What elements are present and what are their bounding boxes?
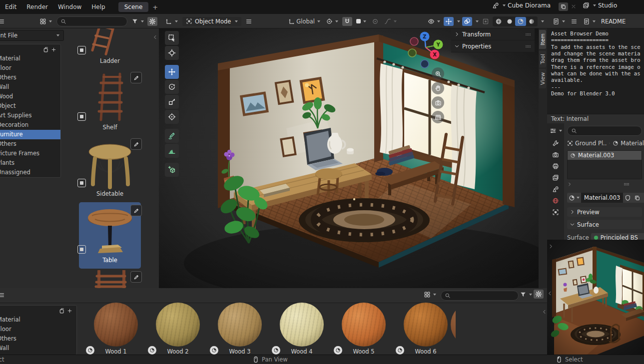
catalog-item[interactable]: Floor [0,325,76,334]
region-collapse-icon[interactable] [152,34,158,40]
text-menu-icon[interactable] [571,18,578,25]
shading-wireframe-button[interactable] [493,17,504,26]
unlink-material-button[interactable] [642,193,644,203]
material-name-field[interactable]: Material.003 [581,193,623,203]
editor-type-icon[interactable] [0,18,5,25]
menu-window[interactable]: Window [53,3,86,10]
catalog-item[interactable]: Decoration [0,120,60,130]
measure-tool[interactable] [165,144,179,158]
search-input[interactable] [56,16,127,26]
material-item-wood5[interactable]: Wood 5 [333,303,395,355]
move-tool[interactable] [165,65,179,79]
catalog-item[interactable]: Wall [0,344,76,353]
tab-output-icon[interactable] [552,163,559,170]
surface-panel-header[interactable]: Surface [567,220,642,229]
menu-render[interactable]: Render [21,3,53,10]
properties-panel-header[interactable]: Properties [451,40,535,52]
settings-gear-button[interactable] [147,17,157,26]
catalog-item[interactable]: Material [0,54,60,63]
catalog-item-furniture-selected[interactable]: Furniture [0,130,60,139]
fake-user-shield-button[interactable] [623,193,633,203]
asset-item-sidetable[interactable]: Sidetable [61,137,159,203]
asset-check-icon[interactable] [77,245,86,254]
edit-asset-icon[interactable] [130,271,142,283]
annotate-tool[interactable] [165,129,179,143]
preview-viewport[interactable] [547,240,644,355]
catalog-item[interactable]: Others [0,73,60,82]
select-box-tool[interactable] [165,31,179,45]
asset-check-icon[interactable] [77,112,86,121]
text-datablock-button[interactable] [582,17,597,26]
edit-asset-icon[interactable] [130,72,142,83]
asset-item-table-selected[interactable]: Table [61,204,159,269]
edit-asset-icon[interactable] [130,138,142,150]
show-gizmo-toggle[interactable] [444,17,454,26]
transform-tool[interactable] [165,110,179,124]
add-workspace-button[interactable]: + [152,3,158,11]
region-collapse-icon[interactable] [542,309,547,315]
tab-item[interactable]: Item [539,30,546,49]
catalog-item[interactable]: Art Supplies [0,111,60,120]
material-item-wood2[interactable]: Wood 2 [147,303,209,355]
tab-render-icon[interactable] [552,151,559,158]
add-catalog-button[interactable] [0,44,60,54]
ortho-toggle-button[interactable] [432,111,444,123]
asset-check-icon[interactable] [77,46,86,54]
catalog-item[interactable]: Unassigned [0,168,60,177]
asset-item-ladder[interactable]: Ladder [61,28,159,70]
rotate-tool[interactable] [165,80,179,94]
mode-dropdown[interactable]: Object Mode [182,17,241,26]
snap-magnet-toggle[interactable] [342,17,352,26]
view-layer-selector[interactable]: Studio [583,2,617,9]
proportional-edit-toggle[interactable] [370,17,380,26]
preview-panel-header[interactable]: Preview [567,207,642,217]
region-collapse-icon[interactable] [547,291,553,296]
properties-editor-type-button[interactable] [548,126,564,135]
asset-item-shelf[interactable]: Shelf [61,71,159,136]
pan-hand-button[interactable] [432,82,444,94]
xray-toggle[interactable] [481,17,491,26]
browse-material-button[interactable] [567,193,581,203]
cursor-tool[interactable] [165,46,179,60]
editor-type-icon[interactable] [0,292,5,299]
search-input[interactable] [441,291,519,301]
catalog-item[interactable]: Picture Frames [0,149,60,158]
pivot-dropdown[interactable] [324,17,340,26]
material-item-wood4[interactable]: Wood 4 [271,303,333,355]
asset-source-dropdown[interactable]: Current File [0,30,64,41]
asset-item-partial[interactable] [61,270,159,288]
text-editor[interactable]: Asset Browser Demo ================== To… [547,28,644,114]
settings-gear-button[interactable] [534,290,544,299]
shading-material-button[interactable] [515,17,526,26]
new-scene-button[interactable] [559,2,568,11]
scale-tool[interactable] [165,95,179,109]
orientation-dropdown[interactable]: Global [287,17,322,26]
breadcrumb-material[interactable]: Material [621,140,644,147]
material-item-wood6[interactable]: Wood 6 [395,303,457,355]
menu-edit[interactable]: Edit [0,3,21,10]
region-expand-icon[interactable] [548,244,554,249]
shading-solid-button[interactable] [504,17,515,26]
material-slot-selected[interactable]: Material.003 [568,151,642,160]
catalog-item[interactable]: Object [0,101,60,111]
shading-rendered-button[interactable] [526,17,537,26]
properties-search-input[interactable] [567,126,642,136]
display-mode-button[interactable] [38,17,53,26]
navigation-gizmo[interactable]: Z Y X [408,30,447,71]
tab-view-layer-icon[interactable] [552,174,559,181]
menu-help[interactable]: Help [86,3,110,10]
viewport-editor-type-button[interactable] [164,17,179,26]
add-cube-tool[interactable] [165,163,179,177]
copy-material-button[interactable] [633,193,642,203]
material-item-wood1[interactable]: Wood 1 [85,303,147,355]
display-mode-button[interactable] [422,290,438,299]
catalog-item[interactable]: Others [0,334,76,344]
material-item-wood3[interactable]: Wood 3 [209,303,271,355]
edit-asset-icon[interactable] [130,205,142,216]
zoom-button[interactable] [432,67,444,80]
asset-check-icon[interactable] [77,179,86,187]
tab-tool[interactable]: Tool [539,50,546,67]
tab-object-icon[interactable] [552,209,559,216]
catalog-item[interactable]: Wood [0,92,60,101]
viewport-3d[interactable]: Transform Properties Z Y X [159,28,539,288]
